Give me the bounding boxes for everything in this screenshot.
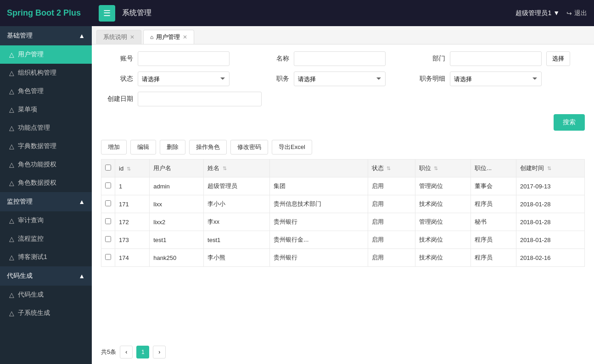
header-username: 用户名 — [150, 160, 204, 177]
role-icon: △ — [9, 88, 14, 95]
blog-icon: △ — [9, 254, 14, 261]
tab-close-system-intro[interactable]: ✕ — [130, 34, 134, 40]
sidebar-item-org-management[interactable]: △ 组织机构管理 — [0, 64, 92, 82]
func-icon: △ — [9, 124, 14, 132]
cell-id: 171 — [115, 195, 150, 213]
sidebar-item-audit[interactable]: △ 审计查询 — [0, 211, 92, 230]
row-checkbox[interactable] — [105, 200, 111, 206]
manage-role-button[interactable]: 操作角色 — [189, 140, 227, 154]
name-label: 名称 — [257, 55, 289, 63]
action-bar: 增加 编辑 删除 操作角色 修改密码 导出Excel — [92, 135, 594, 159]
search-btn-area: 搜索 — [92, 114, 594, 135]
sidebar-item-user-management[interactable]: △ 用户管理 — [0, 45, 92, 64]
header-name[interactable]: 姓名 ⇅ — [204, 160, 270, 177]
delete-button[interactable]: 删除 — [160, 140, 185, 154]
sidebar-item-role-data-auth[interactable]: △ 角色数据授权 — [0, 174, 92, 192]
cell-username: hank250 — [150, 249, 204, 267]
dept-select-button[interactable]: 选择 — [546, 51, 570, 66]
name-input[interactable] — [294, 51, 386, 66]
pagination-page-1[interactable]: 1 — [136, 346, 149, 358]
sidebar-item-codegen[interactable]: △ 代码生成 — [0, 286, 92, 304]
cell-name: 李xx — [204, 213, 270, 231]
logout-button[interactable]: ↪ 退出 — [566, 9, 587, 17]
dept-input[interactable] — [450, 51, 542, 66]
sidebar-item-role-func-auth[interactable]: △ 角色功能授权 — [0, 155, 92, 174]
export-excel-button[interactable]: 导出Excel — [272, 140, 312, 154]
user-table: id ⇅ 用户名 姓名 ⇅ 状态 ⇅ 职位 ⇅ 职位... 创建时间 ⇅ 1 a… — [101, 159, 585, 267]
header-status[interactable]: 状态 ⇅ — [368, 160, 415, 177]
sidebar-group-codegen[interactable]: 代码生成 ▲ — [0, 266, 92, 286]
cell-status: 启用 — [368, 231, 415, 249]
sidebar-group-basics[interactable]: 基础管理 ▲ — [0, 26, 92, 45]
tab-close-user-management[interactable]: ✕ — [183, 34, 187, 40]
content-area: 系统说明 ✕ ⌂ 用户管理 ✕ 账号 名称 部门 选择 — [92, 26, 594, 364]
process-icon: △ — [9, 235, 14, 243]
org-icon: △ — [9, 69, 14, 77]
cell-position: 管理岗位 — [415, 213, 471, 231]
cell-org: 贵州信息技术部门 — [270, 195, 368, 213]
date-input[interactable] — [138, 92, 262, 106]
row-checkbox[interactable] — [105, 236, 111, 242]
pagination-total: 共5条 — [101, 348, 116, 356]
tab-user-management[interactable]: ⌂ 用户管理 ✕ — [143, 30, 194, 44]
header-created[interactable]: 创建时间 ⇅ — [516, 160, 584, 177]
pagination-prev[interactable]: ‹ — [120, 346, 133, 358]
edit-button[interactable]: 编辑 — [130, 140, 156, 154]
header-position[interactable]: 职位 ⇅ — [415, 160, 471, 177]
cell-org: 集团 — [270, 177, 368, 195]
dept-label: 部门 — [413, 55, 445, 63]
sidebar-item-dict-management[interactable]: △ 字典数据管理 — [0, 137, 92, 155]
row-checkbox[interactable] — [105, 182, 111, 188]
sidebar-item-menu[interactable]: △ 菜单项 — [0, 100, 92, 119]
tab-home-icon: ⌂ — [150, 34, 153, 40]
cell-id: 174 — [115, 249, 150, 267]
cell-username: admin — [150, 177, 204, 195]
row-checkbox-cell — [101, 195, 115, 213]
select-all-checkbox[interactable] — [105, 165, 111, 171]
change-password-button[interactable]: 修改密码 — [230, 140, 268, 154]
search-button[interactable]: 搜索 — [554, 114, 585, 131]
search-form: 账号 名称 部门 选择 状态 请选择 职务 请选择 — [92, 44, 594, 114]
add-button[interactable]: 增加 — [101, 140, 127, 154]
cell-name: 李小熊 — [204, 249, 270, 267]
home-icon: △ — [9, 51, 14, 58]
sidebar-item-role-management[interactable]: △ 角色管理 — [0, 82, 92, 100]
duty-select[interactable]: 请选择 — [294, 72, 386, 86]
header-id[interactable]: id ⇅ — [115, 160, 150, 177]
data-auth-icon: △ — [9, 179, 14, 187]
pagination-next[interactable]: › — [153, 346, 166, 358]
row-checkbox[interactable] — [105, 254, 111, 260]
form-row-1: 账号 名称 部门 选择 — [101, 51, 585, 66]
duty-detail-select[interactable]: 请选择 — [450, 72, 542, 86]
cell-position: 技术岗位 — [415, 231, 471, 249]
user-name[interactable]: 超级管理员1 ▼ — [516, 9, 560, 17]
cell-created: 2018-01-28 — [516, 195, 584, 213]
duty-detail-label: 职务明细 — [413, 75, 445, 83]
form-row-2: 状态 请选择 职务 请选择 职务明细 请选择 — [101, 72, 585, 86]
header-position-detail: 职位... — [471, 160, 516, 177]
sidebar-item-blog-test[interactable]: △ 博客测试1 — [0, 248, 92, 266]
date-label: 创建日期 — [101, 95, 133, 103]
sidebar-item-process-monitor[interactable]: △ 流程监控 — [0, 230, 92, 248]
cell-created: 2018-01-28 — [516, 213, 584, 231]
sidebar-item-function-management[interactable]: △ 功能点管理 — [0, 119, 92, 137]
tabs-bar: 系统说明 ✕ ⌂ 用户管理 ✕ — [92, 26, 594, 44]
header-org — [270, 160, 368, 177]
cell-position-detail: 程序员 — [471, 231, 516, 249]
tab-system-intro[interactable]: 系统说明 ✕ — [96, 30, 141, 44]
cell-created: 2018-01-28 — [516, 231, 584, 249]
table-row: 174 hank250 李小熊 贵州银行 启用 技术岗位 程序员 2018-02… — [101, 249, 585, 267]
cell-id: 173 — [115, 231, 150, 249]
sidebar-item-subsystem-gen[interactable]: △ 子系统生成 — [0, 304, 92, 322]
cell-status: 启用 — [368, 213, 415, 231]
sidebar-group-basics-items: △ 用户管理 △ 组织机构管理 △ 角色管理 △ 菜单项 △ 功能点管理 △ 字… — [0, 45, 92, 192]
status-select[interactable]: 请选择 — [138, 72, 230, 86]
account-input[interactable] — [138, 51, 230, 66]
cell-status: 启用 — [368, 249, 415, 267]
form-row-3: 创建日期 — [101, 92, 585, 106]
menu-toggle-button[interactable]: ☰ — [99, 5, 115, 22]
row-checkbox-cell — [101, 213, 115, 231]
sidebar-group-monitor[interactable]: 监控管理 ▲ — [0, 192, 92, 211]
row-checkbox[interactable] — [105, 218, 111, 224]
codegen-icon: △ — [9, 291, 14, 298]
